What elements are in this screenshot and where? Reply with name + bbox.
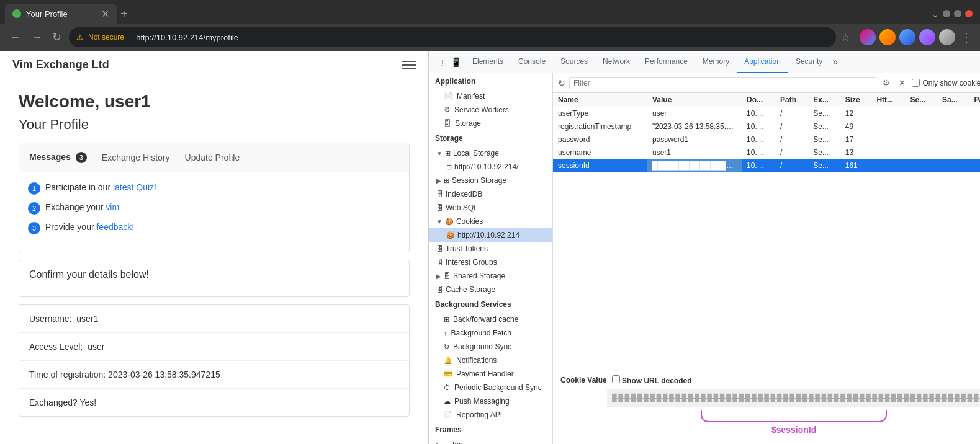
- tab-sources[interactable]: Sources: [553, 51, 595, 73]
- hamburger-menu[interactable]: [402, 61, 416, 69]
- confirm-title: Confirm your details below!: [29, 269, 399, 280]
- window-minimize-icon[interactable]: [943, 10, 950, 17]
- sidebar-trust-tokens[interactable]: 🗄 Trust Tokens: [429, 242, 552, 255]
- tab-console[interactable]: Console: [511, 51, 553, 73]
- tab-close-button[interactable]: ✕: [101, 8, 109, 20]
- table-row[interactable]: passwordpassword110..../Se...17Me...: [553, 133, 980, 146]
- tab-memory[interactable]: Memory: [695, 51, 737, 73]
- sidebar-payment-handler[interactable]: 💳 Payment Handler: [429, 367, 552, 381]
- sidebar-web-sql[interactable]: 🗄 Web SQL: [429, 201, 552, 215]
- more-tabs-icon[interactable]: »: [830, 56, 840, 68]
- tab-exchange-history[interactable]: Exchange History: [101, 149, 171, 166]
- periodic-bg-sync-icon: ⏱: [444, 384, 451, 391]
- devtools-inspect-icon[interactable]: ⬚: [431, 57, 447, 67]
- sidebar-indexeddb[interactable]: 🗄 IndexedDB: [429, 187, 552, 201]
- sidebar-bg-sync[interactable]: ↻ Background Sync: [429, 340, 552, 353]
- sidebar-back-forward[interactable]: ⊞ Back/forward cache: [429, 313, 552, 326]
- not-secure-label: Not secure: [88, 33, 124, 42]
- tab-network[interactable]: Network: [595, 51, 637, 73]
- indexeddb-label: IndexedDB: [446, 190, 482, 198]
- sidebar-session-storage[interactable]: ▶ ⊞ Session Storage: [429, 174, 552, 187]
- site-header: Vim Exchange Ltd: [0, 51, 428, 79]
- col-path[interactable]: Path: [775, 93, 808, 107]
- back-button[interactable]: ←: [7, 29, 24, 47]
- col-expires[interactable]: Ex...: [808, 93, 840, 107]
- sidebar-shared-storage[interactable]: ▶ 🗄 Shared Storage: [429, 269, 552, 283]
- address-separator: |: [129, 33, 131, 42]
- address-text: http://10.10.92.214/myprofile: [136, 33, 238, 42]
- back-forward-label: Back/forward cache: [453, 315, 518, 324]
- bookmark-icon[interactable]: ☆: [841, 32, 850, 43]
- new-tab-button[interactable]: +: [117, 7, 132, 21]
- sidebar-bg-fetch[interactable]: ↑ Background Fetch: [429, 326, 552, 340]
- only-show-issues-label: Only show cookies with an issue: [912, 79, 980, 87]
- not-secure-icon: ⚠: [76, 33, 83, 42]
- tab-security[interactable]: Security: [788, 51, 830, 73]
- sidebar-periodic-bg-sync[interactable]: ⏱ Periodic Background Sync: [429, 381, 552, 394]
- col-value[interactable]: Value: [647, 93, 742, 107]
- welcome-heading: Welcome, user1: [19, 92, 410, 112]
- col-secure[interactable]: Se...: [905, 93, 937, 107]
- sidebar-reporting-api[interactable]: 📄 Reporting API: [429, 408, 552, 422]
- devtools-sidebar: Application 📄 Manifest ⚙ Service Workers…: [429, 73, 553, 444]
- address-input-wrap[interactable]: ⚠ Not secure | http://10.10.92.214/mypro…: [69, 27, 836, 47]
- sidebar-local-storage-http[interactable]: ⊞ http://10.10.92.214/: [429, 160, 552, 174]
- sidebar-cookies[interactable]: ▼ 🍪 Cookies: [429, 215, 552, 228]
- forward-button[interactable]: →: [29, 29, 45, 47]
- tab-performance[interactable]: Performance: [637, 51, 695, 73]
- sidebar-item-manifest[interactable]: 📄 Manifest: [429, 89, 552, 103]
- feedback-link[interactable]: feedback!: [96, 222, 134, 232]
- service-workers-label: Service Workers: [454, 105, 509, 114]
- vim-link[interactable]: vim: [106, 202, 119, 212]
- only-show-issues-checkbox[interactable]: [912, 79, 920, 87]
- col-size[interactable]: Size: [840, 93, 872, 107]
- tab-application[interactable]: Application: [737, 51, 788, 73]
- table-row[interactable]: userTypeuser10..../Se...12Me...: [553, 107, 980, 120]
- devtools-device-icon[interactable]: 📱: [447, 57, 465, 67]
- sidebar-frames-top[interactable]: ▶ ▭ top: [429, 438, 552, 444]
- refresh-cookies-button[interactable]: ↻: [558, 78, 565, 88]
- tab-elements[interactable]: Elements: [465, 51, 511, 73]
- sidebar-push-messaging[interactable]: ☁ Push Messaging: [429, 394, 552, 408]
- sidebar-item-service-workers[interactable]: ⚙ Service Workers: [429, 103, 552, 117]
- active-tab[interactable]: Your Profile ✕: [5, 4, 117, 24]
- browser-menu-button[interactable]: ⋮: [960, 30, 973, 45]
- reload-button[interactable]: ↻: [50, 28, 64, 47]
- col-samesite[interactable]: Sa...: [937, 93, 969, 107]
- cache-storage-icon: 🗄: [436, 286, 443, 293]
- col-partition[interactable]: Pa...: [969, 93, 980, 107]
- clear-filter-button[interactable]: ⚙: [880, 77, 892, 89]
- tab-search-icon[interactable]: ⌄: [931, 8, 939, 20]
- table-row[interactable]: usernameuser110..../Se...13Me...: [553, 146, 980, 159]
- back-forward-icon: ⊞: [444, 316, 449, 324]
- bg-fetch-label: Background Fetch: [451, 329, 511, 337]
- col-domain[interactable]: Do...: [742, 93, 775, 107]
- web-sql-label: Web SQL: [446, 203, 478, 212]
- tab-update-profile[interactable]: Update Profile: [184, 149, 241, 166]
- window-maximize-icon[interactable]: [954, 10, 961, 17]
- trust-tokens-label: Trust Tokens: [446, 244, 488, 253]
- filter-input[interactable]: [569, 77, 876, 89]
- site-name: Vim Exchange Ltd: [12, 58, 109, 71]
- col-httponly[interactable]: Htt...: [871, 93, 905, 107]
- table-row[interactable]: registrationTimestamp"2023-03-26 13:58:3…: [553, 120, 980, 133]
- sidebar-notifications[interactable]: 🔔 Notifications: [429, 353, 552, 367]
- window-close-icon[interactable]: [965, 10, 973, 17]
- delete-button[interactable]: ✕: [896, 77, 908, 89]
- sidebar-local-storage[interactable]: ▼ ⊞ Local Storage: [429, 146, 552, 160]
- table-row[interactable]: sessionId████████████████████10..../Se..…: [553, 159, 980, 172]
- col-name[interactable]: Name: [553, 93, 647, 107]
- tab-messages[interactable]: Messages 3: [28, 149, 88, 166]
- sidebar-interest-groups[interactable]: 🗄 Interest Groups: [429, 255, 552, 269]
- sidebar-cookies-http[interactable]: 🍪 http://10.10.92.214: [429, 228, 552, 242]
- frames-expand-icon: ▶: [436, 442, 441, 445]
- sidebar-cache-storage[interactable]: 🗄 Cache Storage: [429, 283, 552, 296]
- devtools-tab-bar: ⬚ 📱 Elements Console Sources Network Per…: [429, 51, 980, 73]
- shared-storage-expand-icon: ▶: [436, 273, 441, 280]
- quiz-link[interactable]: latest Quiz!: [113, 182, 156, 192]
- sidebar-item-storage[interactable]: 🗄 Storage: [429, 117, 552, 130]
- cookies-url-label: http://10.10.92.214: [457, 231, 519, 239]
- only-show-issues-text: Only show cookies with an issue: [922, 79, 980, 87]
- cache-storage-label: Cache Storage: [446, 285, 495, 294]
- show-url-decoded-checkbox[interactable]: [612, 375, 620, 383]
